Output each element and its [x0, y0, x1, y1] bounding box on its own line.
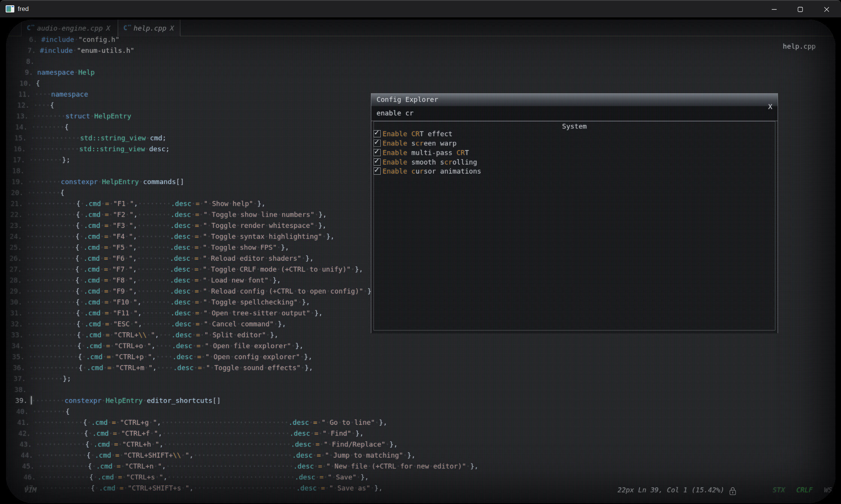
code-line-17[interactable]: 17. ········}; [13, 154, 71, 165]
code-line-31[interactable]: 31. ············{·.cmd·=·"F11·",·······.… [10, 307, 323, 318]
code-line-29[interactable]: 29. ············{·.cmd·=·"F9·",········.… [10, 286, 376, 297]
minimize-button[interactable] [766, 1, 783, 18]
check-icon: ✓ [374, 156, 379, 165]
config-option-0[interactable]: ✓Enable CRT effect [374, 129, 452, 139]
status-bar: VIM 22px Ln 39, Col 1 (15.42%) STX CRLF … [6, 486, 835, 496]
code-line-22[interactable]: 22. ············{·.cmd·=·"F2·",········.… [10, 209, 327, 220]
code-line-9[interactable]: 9. namespace·Help [21, 67, 95, 78]
checkbox[interactable]: ✓ [374, 167, 381, 175]
config-option-1[interactable]: ✓Enable screen warp [374, 138, 457, 148]
code-line-13[interactable]: 13. ········struct·HelpEntry [16, 111, 131, 121]
code-line-14[interactable]: 14. ········{ [15, 121, 69, 132]
filename-osd: help.cpp [783, 42, 816, 50]
popup-titlebar[interactable]: Config Explorer [371, 94, 778, 106]
code-line-46[interactable]: 46. ············{·.cmd·=·"CTRL+s·",·····… [23, 472, 369, 482]
lock-icon [729, 487, 736, 496]
line-number: 10. [20, 79, 36, 87]
checkbox[interactable]: ✓ [374, 130, 381, 137]
code-line-42[interactable]: 42. ············{·.cmd·=·"CTRL+f·",·····… [18, 428, 364, 439]
code-line-18[interactable]: 18. [12, 165, 29, 176]
code-line-19[interactable]: 19. ········constexpr·HelpEntry·commands… [12, 176, 184, 187]
line-number: 43. [20, 440, 36, 448]
line-number: 32. [11, 320, 27, 328]
code-line-41[interactable]: 41. ············{·.cmd·=·"CTRL+g·",·····… [17, 417, 387, 428]
code-line-7[interactable]: 7. #include·"enum-utils.h" [23, 45, 134, 56]
code-line-27[interactable]: 27. ············{·.cmd·=·"F7·",········.… [9, 264, 363, 275]
code-line-15[interactable]: 15. ············std::string_view·cmd; [14, 132, 166, 143]
code-line-21[interactable]: 21. ············{·.cmd·=·"F1·",········.… [11, 198, 266, 209]
line-number: 13. [16, 112, 33, 120]
check-icon: ✓ [374, 147, 379, 156]
code-line-44[interactable]: 44. ············{·.cmd·=·"CTRL+SHIFT+\\·… [21, 450, 415, 461]
config-search-input[interactable]: enable cr [371, 106, 778, 121]
config-option-3[interactable]: ✓Enable smooth scrolling [374, 157, 477, 167]
check-icon: ✓ [374, 137, 379, 146]
code-line-11[interactable]: 11. ····namespace [18, 89, 88, 100]
tab-close-icon[interactable]: X [106, 24, 110, 32]
popup-close-icon[interactable]: X [768, 103, 772, 111]
crt-screen: C++ audio-engine.cpp X C++ help.cpp X he… [6, 20, 835, 503]
config-option-label: Enable cursor animations [383, 167, 481, 175]
line-number: 27. [9, 265, 26, 273]
status-flags: STX CRLF WS [773, 486, 832, 494]
line-number: 15. [14, 134, 31, 142]
code-line-24[interactable]: 24. ············{·.cmd·=·"F4·",········.… [10, 231, 335, 242]
config-option-label: Enable screen warp [383, 139, 457, 147]
line-number: 26. [9, 254, 26, 262]
config-option-4[interactable]: ✓Enable cursor animations [374, 166, 481, 176]
config-option-2[interactable]: ✓Enable multi-pass CRT [374, 148, 469, 157]
code-line-23[interactable]: 23. ············{·.cmd·=·"F3·",········.… [10, 220, 326, 231]
line-number: 30. [10, 298, 26, 306]
code-line-34[interactable]: 34. ············{·.cmd·=·"CTRL+o·",····.… [12, 340, 304, 351]
code-line-10[interactable]: 10. { [20, 78, 40, 89]
tab-close-icon[interactable]: X [170, 24, 174, 32]
code-line-20[interactable]: 20. ········{ [11, 187, 65, 198]
line-number: 17. [13, 156, 29, 164]
close-button[interactable] [818, 1, 835, 18]
line-number: 18. [12, 167, 29, 175]
checkbox[interactable]: ✓ [374, 149, 381, 156]
tab-label: audio-engine.cpp [37, 24, 103, 32]
code-line-28[interactable]: 28. ············{·.cmd·=·"F8·",········.… [9, 275, 281, 286]
code-line-38[interactable]: 38. [14, 384, 31, 395]
config-explorer-popup: Config Explorer X enable cr System ✓Enab… [371, 93, 778, 333]
line-number: 36. [13, 364, 29, 372]
minimize-icon [772, 7, 777, 12]
code-line-40[interactable]: 40. ········{ [16, 406, 70, 417]
code-line-26[interactable]: 26. ············{·.cmd·=·"F6·",········.… [9, 253, 314, 264]
line-number: 31. [10, 309, 27, 317]
code-line-45[interactable]: 45. ············{·.cmd·=·"CTRL+n·",·····… [22, 461, 479, 472]
code-line-33[interactable]: 33. ············{·.cmd·=·"CTRL+\\·",···.… [11, 329, 278, 340]
code-line-36[interactable]: 36. ············{·.cmd·=·"CTRL+m·",····.… [13, 362, 313, 373]
checkbox[interactable]: ✓ [374, 140, 381, 147]
close-icon [824, 7, 830, 12]
line-number: 7. [23, 46, 40, 54]
line-number: 16. [14, 145, 30, 153]
code-line-8[interactable]: 8. [22, 56, 38, 67]
line-number: 20. [11, 189, 28, 197]
line-number: 21. [11, 200, 27, 207]
code-line-37[interactable]: 37. ········}; [14, 373, 71, 384]
line-number: 28. [9, 276, 26, 284]
code-line-25[interactable]: 25. ············{·.cmd·=·"F5·",········.… [9, 242, 289, 253]
code-line-30[interactable]: 30. ············{·.cmd·=·"F10·",·······.… [10, 297, 310, 307]
code-line-43[interactable]: 43. ············{·.cmd·=·"CTRL+h·",·····… [20, 439, 398, 450]
checkbox[interactable]: ✓ [374, 158, 381, 166]
text-cursor [31, 396, 32, 404]
code-line-39[interactable]: 39. ········constexpr·HelpEntry·editor_s… [15, 395, 221, 406]
code-line-35[interactable]: 35. ············{·.cmd·=·"CTRL+p·",····.… [12, 351, 312, 362]
check-icon: ✓ [374, 128, 379, 137]
code-line-16[interactable]: 16. ············std::string_view·desc; [14, 143, 170, 154]
flag-stx: STX [773, 486, 785, 494]
line-number: 40. [16, 407, 33, 415]
tab-help-cpp[interactable]: C++ help.cpp X [118, 20, 180, 36]
code-line-12[interactable]: 12. ····{ [17, 100, 54, 111]
line-number: 35. [12, 353, 29, 361]
search-query-text: enable cr [377, 109, 414, 117]
tab-audio-engine[interactable]: C++ audio-engine.cpp X [21, 20, 118, 36]
code-line-32[interactable]: 32. ············{·.cmd·=·"ESC·",·······.… [11, 318, 286, 329]
line-number: 34. [12, 342, 28, 350]
window-title: fred [18, 5, 29, 13]
line-number: 38. [14, 386, 31, 393]
maximize-button[interactable] [792, 1, 809, 18]
